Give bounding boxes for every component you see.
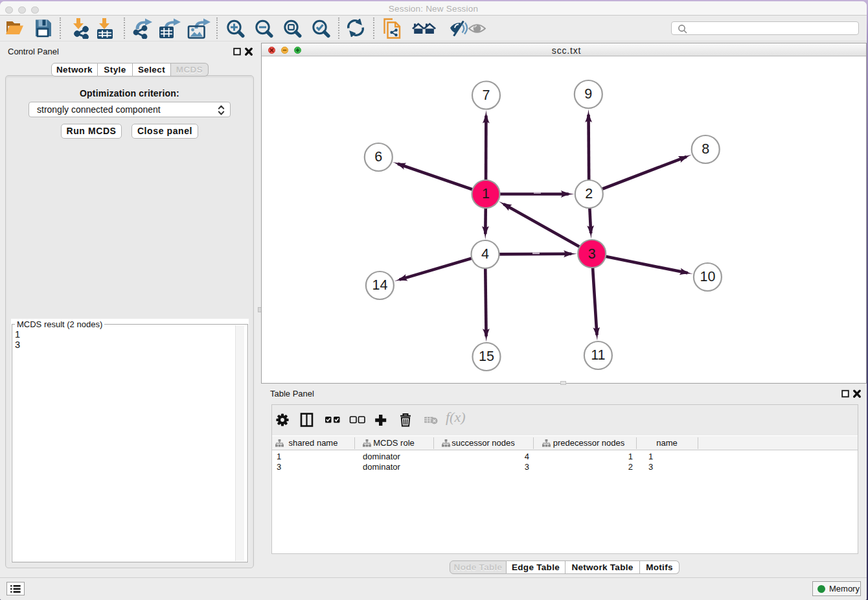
svg-text:8: 8 xyxy=(702,141,709,157)
svg-text:14: 14 xyxy=(372,277,387,293)
svg-text:9: 9 xyxy=(584,86,592,102)
svg-text:15: 15 xyxy=(479,349,494,364)
svg-text:11: 11 xyxy=(591,347,605,363)
svg-text:2: 2 xyxy=(585,186,593,202)
svg-text:1: 1 xyxy=(482,186,490,202)
svg-text:10: 10 xyxy=(700,269,715,284)
svg-text:4: 4 xyxy=(481,246,489,262)
svg-text:3: 3 xyxy=(588,246,596,262)
svg-text:6: 6 xyxy=(374,149,382,165)
svg-text:7: 7 xyxy=(483,87,490,103)
